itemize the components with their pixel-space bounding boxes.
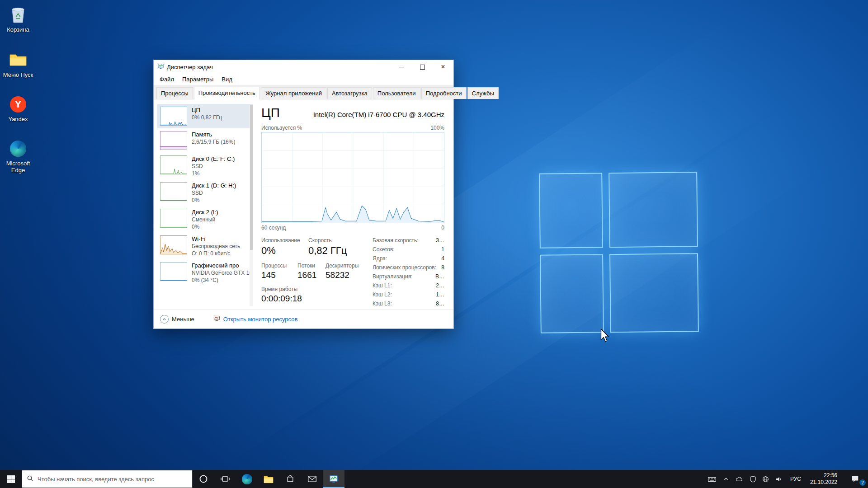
info-label: Базовая скорость: <box>373 237 419 244</box>
clock[interactable]: 22:56 21.10.2022 <box>806 470 842 488</box>
memory-mini-chart <box>160 131 187 150</box>
disk1-mini-chart <box>160 182 187 201</box>
gpu-mini-chart <box>160 262 187 281</box>
stat-value-handles: 58232 <box>326 270 359 280</box>
info-label: Кэш L2: <box>373 291 392 298</box>
sidebar-item-memory[interactable]: Память 2,6/15,9 ГБ (16%) <box>157 128 253 153</box>
sidebar-item-sub: Сменный <box>192 216 218 223</box>
touch-keyboard-button[interactable] <box>704 470 720 488</box>
taskbar-search-box[interactable]: Чтобы начать поиск, введите здесь запрос <box>22 470 193 488</box>
tray-security-button[interactable] <box>747 470 759 488</box>
chart-axis-max: 100% <box>430 125 444 131</box>
action-center-button[interactable]: 2 <box>842 470 868 488</box>
search-icon <box>27 475 33 483</box>
touch-keyboard-icon <box>708 475 717 483</box>
desktop-icon-recycle-bin[interactable]: Корзина <box>0 5 36 33</box>
taskbar-file-explorer-button[interactable] <box>258 470 279 488</box>
sidebar-item-name: Память <box>192 131 235 138</box>
tab-startup[interactable]: Автозагрузка <box>327 87 372 99</box>
sidebar-item-sub: Беспроводная сеть <box>192 243 240 249</box>
desktop-icon-yandex[interactable]: Y Yandex <box>0 95 36 122</box>
windows-logo-pane <box>609 253 699 333</box>
tab-processes[interactable]: Процессы <box>156 87 193 99</box>
stat-label: Процессы <box>261 263 297 269</box>
start-button[interactable] <box>0 470 22 488</box>
windows-start-icon <box>7 475 15 483</box>
tray-onedrive-button[interactable] <box>732 470 747 488</box>
menu-options[interactable]: Параметры <box>178 75 217 84</box>
performance-sidebar: ЦП 0% 0,82 ГГц Память 2,6/15,9 ГБ (16%) … <box>154 104 253 309</box>
desktop: Корзина Меню Пуск Y Yandex Microsoft Edg… <box>0 0 868 488</box>
tab-performance[interactable]: Производительность <box>194 87 260 99</box>
sidebar-item-disk1[interactable]: Диск 1 (D: G: H:) SSD 0% <box>157 179 253 206</box>
taskbar-store-button[interactable] <box>279 470 301 488</box>
desktop-icon-label: Корзина <box>0 26 36 33</box>
chart-axis-label: Используется % <box>261 125 302 131</box>
tray-network-button[interactable] <box>759 470 772 488</box>
tab-services[interactable]: Службы <box>467 87 499 99</box>
yandex-icon: Y <box>0 95 36 114</box>
info-value: 8 <box>439 264 444 271</box>
info-label: Логических процессоров: <box>373 264 436 271</box>
cpu-usage-chart[interactable] <box>261 132 444 223</box>
sidebar-item-name: ЦП <box>192 107 222 113</box>
open-resource-monitor-link[interactable]: Открыть монитор ресурсов <box>213 315 297 323</box>
sidebar-item-cpu[interactable]: ЦП 0% 0,82 ГГц <box>157 104 253 128</box>
taskbar-mail-button[interactable] <box>301 470 323 488</box>
info-value: 8… <box>433 300 444 307</box>
taskbar-cortana-button[interactable] <box>193 470 214 488</box>
network-globe-icon <box>762 476 769 483</box>
folder-icon <box>0 51 36 70</box>
info-label: Ядра: <box>373 255 387 262</box>
window-title: Диспетчер задач <box>167 64 213 70</box>
desktop-icon-start-menu-folder[interactable]: Меню Пуск <box>0 51 36 78</box>
stat-value-uptime: 0:00:09:18 <box>261 294 370 304</box>
desktop-icon-edge[interactable]: Microsoft Edge <box>0 139 36 174</box>
desktop-icon-label: Microsoft Edge <box>0 160 36 174</box>
clock-time: 22:56 <box>810 472 837 479</box>
sidebar-item-sub: SSD <box>192 190 236 196</box>
cpu-model: Intel(R) Core(TM) i7-6700 CPU @ 3.40GHz <box>313 111 444 118</box>
sidebar-item-sub: NVIDIA GeForce GTX 10 <box>192 270 250 276</box>
store-icon <box>286 474 295 483</box>
sidebar-scrollbar[interactable] <box>250 105 253 306</box>
tab-details[interactable]: Подробности <box>421 87 467 99</box>
stat-label: Скорость <box>308 237 347 244</box>
chevron-up-icon <box>160 315 169 324</box>
language-indicator[interactable]: РУС <box>786 470 806 488</box>
sidebar-item-gpu[interactable]: Графический про NVIDIA GeForce GTX 10 0%… <box>157 259 253 286</box>
title-bar[interactable]: Диспетчер задач × <box>154 60 453 74</box>
info-value: 1… <box>433 291 444 298</box>
stat-label: Использование <box>261 237 308 244</box>
tray-volume-button[interactable] <box>772 470 786 488</box>
chart-axis-time: 60 секунд <box>261 225 286 231</box>
disk0-mini-chart <box>160 155 187 174</box>
menu-view[interactable]: Вид <box>217 75 236 84</box>
maximize-icon <box>420 65 425 70</box>
close-button[interactable]: × <box>433 60 453 74</box>
fewer-details-label: Меньше <box>172 316 194 323</box>
taskbar-task-view-button[interactable] <box>214 470 236 488</box>
stat-value-usage: 0% <box>261 245 308 257</box>
scrollbar-thumb[interactable] <box>250 105 253 250</box>
cpu-info: Базовая скорость:3… Сокетов:1 Ядра:4 Лог… <box>370 237 444 309</box>
tray-expand-button[interactable] <box>720 470 732 488</box>
menu-bar: Файл Параметры Вид <box>154 74 453 85</box>
info-label: Кэш L1: <box>373 282 392 289</box>
tab-users[interactable]: Пользователи <box>373 87 420 99</box>
menu-file[interactable]: Файл <box>156 75 178 84</box>
info-value: 3… <box>433 237 444 244</box>
tab-app-history[interactable]: Журнал приложений <box>261 87 326 99</box>
taskbar-edge-button[interactable] <box>236 470 258 488</box>
fewer-details-button[interactable]: Меньше <box>160 315 194 324</box>
sidebar-item-sub: О: 0 П: 0 кбит/с <box>192 250 240 257</box>
shield-icon <box>750 476 756 483</box>
sidebar-item-disk2[interactable]: Диск 2 (I:) Сменный 0% <box>157 206 253 233</box>
sidebar-item-sub: SSD <box>192 163 235 169</box>
minimize-button[interactable] <box>391 60 412 74</box>
maximize-button[interactable] <box>412 60 433 74</box>
sidebar-item-disk0[interactable]: Диск 0 (E: F: C:) SSD 1% <box>157 153 253 179</box>
cpu-mini-chart <box>160 107 187 126</box>
taskbar-task-manager-button[interactable] <box>323 470 344 488</box>
sidebar-item-wifi[interactable]: Wi-Fi Беспроводная сеть О: 0 П: 0 кбит/с <box>157 233 253 259</box>
